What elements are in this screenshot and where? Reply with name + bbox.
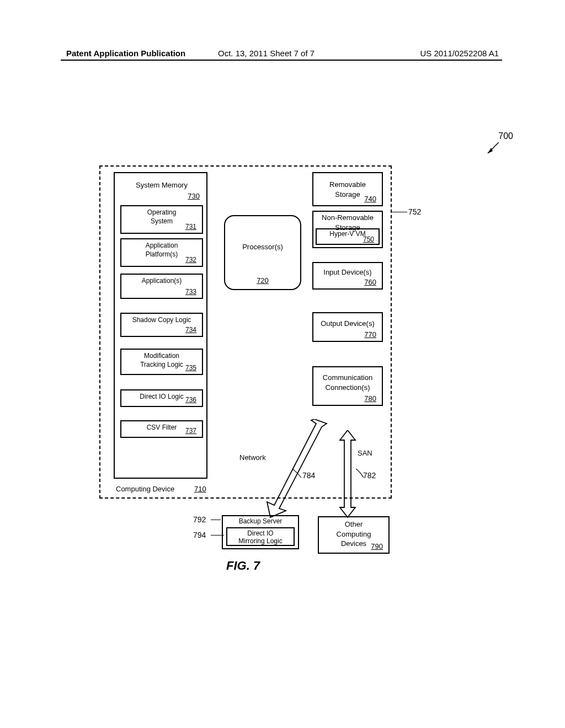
input-devices-box: Input Device(s) 760	[312, 262, 383, 290]
direct-num: 736	[185, 396, 196, 405]
ref-782: 782	[363, 471, 376, 480]
ref-700: 700	[498, 131, 513, 141]
communication-connections-box: Communication Connection(s) 780	[312, 366, 383, 406]
output-num: 770	[364, 330, 376, 340]
computing-device-num: 710	[194, 485, 206, 493]
san-double-arrow-icon	[338, 430, 358, 518]
backup-label: Backup Server	[239, 517, 282, 525]
computing-device-label: Computing Device	[116, 485, 174, 493]
hyperv-label: Hyper-V VM	[329, 230, 365, 238]
page-header: Patent Application Publication Oct. 13, …	[0, 49, 565, 58]
other-computing-devices-box: Other Computing Devices 790	[318, 516, 390, 554]
removable-label: Removable Storage	[329, 180, 366, 199]
other-num: 790	[371, 542, 383, 552]
application-platform-box: Application Platform(s) 732	[120, 238, 203, 267]
apps-label: Application(s)	[142, 277, 182, 285]
header-right: US 2011/0252208 A1	[420, 49, 499, 58]
input-num: 760	[364, 277, 376, 287]
san-label: SAN	[358, 449, 372, 457]
system-memory-box: System Memory 730 Operating System 731 A…	[114, 172, 207, 479]
svg-marker-2	[340, 430, 355, 517]
leader-784-icon	[291, 469, 302, 479]
processor-num: 720	[225, 276, 300, 285]
ref-792: 792	[193, 515, 206, 524]
non-removable-storage-box: Non-Removable Storage Hyper-V VM 750	[312, 211, 383, 248]
leader-782-icon	[356, 469, 365, 479]
shadow-label: Shadow Copy Logic	[132, 316, 191, 324]
csv-filter-box: CSV Filter 737	[120, 420, 203, 438]
direct-label: Direct IO Logic	[140, 393, 183, 400]
leader-752	[391, 212, 407, 212]
ref-752: 752	[408, 207, 421, 216]
csv-num: 737	[185, 427, 196, 436]
header-rule	[61, 60, 502, 61]
comm-label: Communication Connection(s)	[323, 373, 372, 392]
os-num: 731	[185, 223, 196, 232]
arrow-700-icon	[486, 142, 502, 156]
ref-794: 794	[193, 531, 206, 539]
platform-num: 732	[185, 256, 196, 265]
mod-num: 735	[185, 364, 196, 373]
network-label: Network	[239, 453, 266, 462]
output-devices-box: Output Device(s) 770	[312, 312, 383, 342]
removable-storage-box: Removable Storage 740	[312, 172, 383, 206]
removable-num: 740	[364, 194, 376, 204]
shadow-copy-logic-box: Shadow Copy Logic 734	[120, 313, 203, 337]
os-label: Operating System	[147, 208, 177, 225]
processors-box: Processor(s) 720	[224, 215, 301, 290]
mirror-label: Direct IO Mirroring Logic	[238, 529, 282, 545]
output-label: Output Device(s)	[321, 319, 375, 328]
csv-label: CSV Filter	[147, 424, 177, 431]
header-left: Patent Application Publication	[66, 49, 185, 58]
shadow-num: 734	[185, 326, 196, 335]
mod-label: Modification Tracking Logic	[140, 352, 183, 368]
system-memory-label: System Memory	[115, 181, 209, 189]
backup-server-box: Backup Server Direct IO Mirroring Logic	[222, 515, 299, 549]
figure-diagram: 700 System Memory 730 Operating System 7…	[94, 132, 491, 574]
direct-io-logic-box: Direct IO Logic 736	[120, 389, 203, 407]
direct-io-mirroring-logic-box: Direct IO Mirroring Logic	[226, 527, 295, 546]
applications-box: Application(s) 733	[120, 274, 203, 299]
figure-caption: FIG. 7	[226, 559, 260, 573]
processor-label: Processor(s)	[225, 243, 300, 251]
hyper-v-vm-box: Hyper-V VM 750	[316, 228, 380, 245]
leader-792	[211, 520, 221, 520]
apps-num: 733	[185, 288, 196, 297]
other-label: Other Computing Devices	[337, 520, 371, 548]
operating-system-box: Operating System 731	[120, 205, 203, 234]
header-center: Oct. 13, 2011 Sheet 7 of 7	[218, 49, 315, 58]
svg-marker-3	[267, 419, 327, 517]
modification-tracking-logic-box: Modification Tracking Logic 735	[120, 349, 203, 375]
comm-num: 780	[364, 394, 376, 404]
hyperv-num: 750	[363, 235, 374, 244]
leader-794	[211, 535, 224, 536]
ref-784: 784	[302, 471, 315, 480]
system-memory-num: 730	[188, 192, 200, 200]
platform-label: Application Platform(s)	[146, 242, 178, 258]
input-label: Input Device(s)	[323, 268, 371, 276]
